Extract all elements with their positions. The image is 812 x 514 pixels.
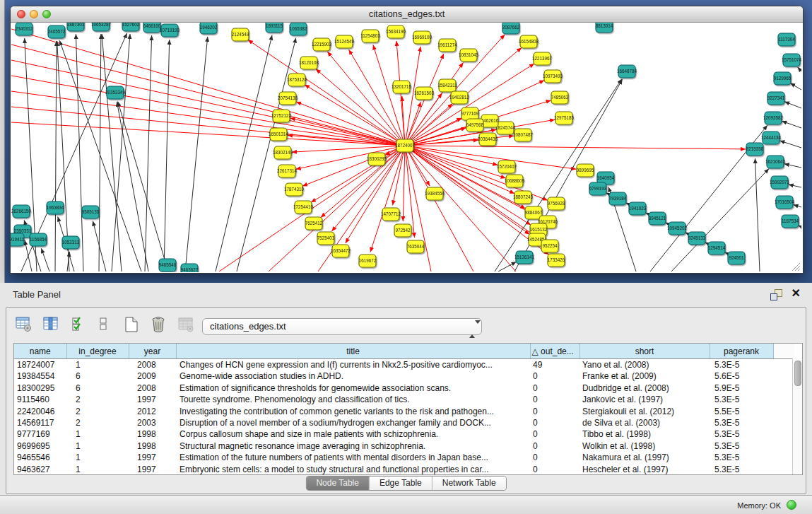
graph-edge[interactable] — [11, 122, 405, 146]
graph-node[interactable]: 9777169 — [461, 107, 479, 120]
graph-node[interactable]: 18302149 — [273, 146, 293, 159]
graph-node[interactable]: 1117304 — [778, 33, 795, 46]
table-cell[interactable]: 5.5E-5 — [710, 406, 773, 417]
graph-edge[interactable] — [145, 35, 152, 271]
graph-node[interactable]: 16354472 — [331, 245, 351, 257]
graph-node[interactable]: 19384554 — [425, 187, 445, 200]
graph-node[interactable]: 12093582 — [763, 112, 784, 124]
graph-node[interactable]: 22617314 — [277, 165, 298, 177]
graph-edge[interactable] — [185, 37, 208, 271]
graph-node[interactable]: 16501314 — [269, 128, 289, 141]
table-cell[interactable]: 5.9E-5 — [710, 382, 773, 394]
table-cell[interactable]: 18724007 — [14, 359, 66, 371]
delete-button[interactable] — [148, 313, 170, 336]
table-cell[interactable]: 9699695 — [14, 440, 66, 452]
table-cell[interactable]: Investigating the contribution of common… — [176, 406, 530, 417]
table-cell[interactable]: Dudbridge et al. (2008) — [579, 382, 710, 394]
graph-edge[interactable] — [784, 164, 801, 168]
new-document-button[interactable] — [121, 313, 143, 336]
column-header[interactable]: in_degree — [66, 344, 129, 359]
table-cell[interactable]: 6 — [66, 370, 129, 382]
import-table-button[interactable] — [175, 313, 198, 336]
graph-node[interactable]: 2124549 — [232, 28, 249, 41]
graph-edge[interactable] — [784, 102, 801, 108]
graph-node[interactable]: 2405572 — [48, 25, 66, 38]
table-cell[interactable]: 9115460 — [14, 394, 66, 405]
table-row[interactable]: 946362711997Embryonic stem cells: a mode… — [14, 464, 794, 475]
table-row[interactable]: 911546021997Tourette syndrome. Phenomeno… — [14, 394, 794, 405]
table-cell[interactable]: Franke et al. (2009) — [579, 370, 710, 382]
table-cell[interactable]: 9777169 — [14, 428, 66, 440]
graph-node[interactable]: 26266150 — [11, 205, 32, 218]
table-cell[interactable]: Changes of HCN gene expression and I(f) … — [176, 359, 530, 371]
graph-node[interactable]: 12215903 — [312, 38, 332, 51]
table-cell[interactable]: 1998 — [129, 440, 176, 452]
graph-edge[interactable] — [790, 83, 801, 90]
table-vertical-scrollbar[interactable] — [792, 358, 802, 474]
graph-edge[interactable] — [794, 205, 802, 207]
table-cell[interactable]: 22420046 — [14, 406, 66, 417]
table-cell[interactable]: 0 — [530, 452, 579, 463]
table-cell[interactable]: 1 — [66, 452, 129, 463]
table-row[interactable]: 1456911722003Disruption of a novel membe… — [14, 417, 794, 428]
table-cell[interactable]: Estimation of significance thresholds fo… — [176, 382, 530, 394]
table-cell[interactable]: Genome-wide association studies in ADHD. — [176, 370, 530, 382]
graph-node[interactable]: 2340312 — [16, 23, 33, 35]
graph-node[interactable]: 7635044 — [407, 240, 425, 253]
graph-node[interactable]: 10688609 — [505, 175, 525, 187]
graph-node[interactable]: 19611274 — [437, 39, 457, 52]
graph-node[interactable]: 12752122 — [271, 110, 292, 122]
graph-node[interactable]: 19402812 — [449, 91, 470, 104]
graph-edge[interactable] — [41, 248, 49, 271]
graph-edge[interactable] — [798, 67, 801, 71]
graph-node[interactable]: 10807487 — [513, 129, 534, 141]
graph-node[interactable]: 10945202 — [667, 222, 688, 235]
graph-node[interactable]: 20353349 — [105, 86, 126, 99]
graph-node[interactable]: 16210643 — [765, 156, 786, 168]
tab-network-table[interactable]: Network Table — [432, 477, 506, 490]
table-cell[interactable]: 19384554 — [14, 370, 66, 382]
graph-edge[interactable] — [55, 41, 57, 271]
graph-node[interactable]: 924501 — [728, 252, 745, 264]
table-row[interactable]: 946554611997Estimation of the future num… — [14, 452, 794, 463]
table-row[interactable]: 1872400712008Changes of HCN gene express… — [14, 359, 794, 371]
resize-grip-icon[interactable] — [792, 263, 800, 271]
graph-node[interactable]: 20754138 — [278, 92, 298, 105]
graph-node[interactable]: 7485063 — [551, 91, 569, 104]
graph-node[interactable]: 16969100 — [412, 31, 433, 44]
graph-node[interactable]: 6466160 — [143, 23, 161, 33]
table-cell[interactable]: Tourette syndrome. Phenomenology and cla… — [176, 394, 530, 405]
graph-node[interactable]: 1052313 — [62, 236, 80, 249]
graph-edge[interactable] — [373, 45, 405, 146]
table-cell[interactable]: Nakamura et al. (1997) — [579, 452, 710, 463]
graph-node[interactable]: 18724007 — [395, 139, 416, 152]
graph-node[interactable]: 7625412 — [305, 217, 323, 230]
graph-edge[interactable] — [118, 102, 168, 272]
table-cell[interactable]: 0 — [530, 440, 579, 452]
table-cell[interactable]: 5.3E-5 — [710, 452, 773, 463]
table-cell[interactable]: Hescheler et al. (1997) — [579, 464, 710, 475]
table-cell[interactable]: 49 — [530, 359, 579, 371]
table-cell[interactable]: 0 — [530, 428, 579, 440]
graph-node[interactable]: 15720407 — [497, 160, 517, 173]
table-cell[interactable]: 0 — [530, 417, 579, 428]
graph-node[interactable]: 9227341 — [767, 92, 785, 105]
graph-node[interactable]: 9756928 — [548, 197, 565, 210]
graph-node[interactable]: 12213967 — [532, 52, 553, 65]
table-cell[interactable]: 2003 — [129, 417, 176, 428]
table-cell[interactable]: Structural magnetic resonance image aver… — [176, 440, 530, 452]
table-cell[interactable]: 2009 — [129, 370, 176, 382]
table-cell[interactable]: 6 — [66, 382, 129, 394]
table-row[interactable]: 969969511998Structural magnetic resonanc… — [14, 440, 794, 452]
graph-edge[interactable] — [779, 141, 801, 148]
tab-edge-table[interactable]: Edge Table — [369, 477, 432, 490]
graph-node[interactable]: 9899695 — [577, 164, 594, 177]
graph-node[interactable]: 18300295 — [367, 153, 387, 165]
table-settings-button[interactable] — [13, 313, 36, 336]
graph-node[interactable]: 18120108 — [299, 57, 319, 69]
graph-node[interactable]: 16261503 — [414, 87, 435, 100]
table-cell[interactable]: de Silva et al. (2003) — [579, 417, 710, 428]
graph-node[interactable]: 8945121 — [649, 212, 666, 225]
table-cell[interactable]: 0 — [530, 370, 579, 382]
network-view-window[interactable]: citations_edges.txt 18724007122159031812… — [10, 6, 804, 274]
